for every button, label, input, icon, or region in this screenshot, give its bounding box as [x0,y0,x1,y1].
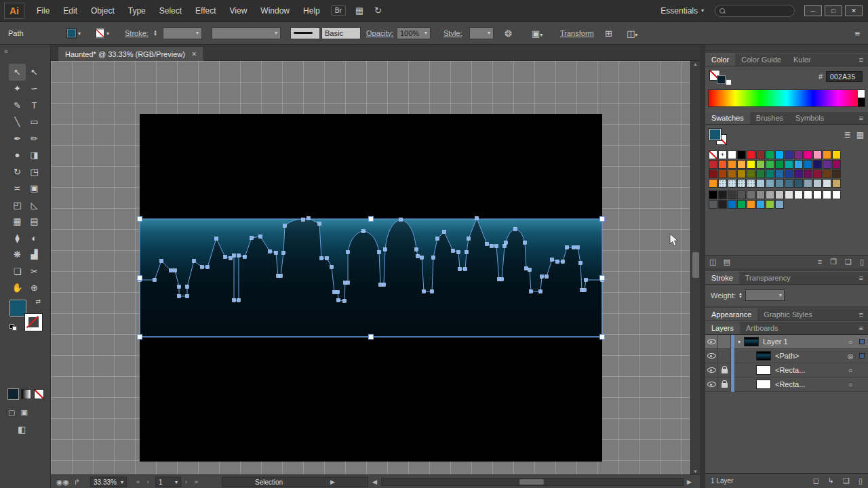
swatch[interactable] [785,179,793,188]
lock-toggle[interactable] [718,363,731,378]
swatch[interactable] [775,160,784,169]
scroll-down-icon[interactable]: ▼ [693,469,698,474]
tab-layers[interactable]: Layers [705,322,740,334]
layer-thumbnail[interactable] [756,380,771,389]
tab-brushes[interactable]: Brushes [750,112,789,124]
make-clipping-mask-icon[interactable]: ◻ [813,476,819,485]
new-sublayer-icon[interactable]: ↳ [828,476,834,485]
anchor-point[interactable] [490,245,494,248]
anchor-point[interactable] [495,245,498,248]
swatch[interactable] [775,150,784,159]
lock-toggle[interactable] [718,335,731,349]
search-input[interactable] [715,5,795,17]
blob-brush-tool[interactable]: ● [9,147,26,164]
anchor-point[interactable] [525,267,528,270]
slice-tool[interactable]: ✂ [26,263,43,280]
anchor-point[interactable] [347,251,350,254]
swatch[interactable] [794,169,803,178]
anchor-point[interactable] [243,256,247,259]
gradient-button[interactable] [21,389,31,399]
minimize-button[interactable]: ─ [804,5,822,16]
swatch[interactable] [737,190,746,199]
anchor-point[interactable] [457,251,460,254]
anchor-point[interactable] [458,268,462,271]
swatch[interactable] [813,169,822,178]
swatch[interactable] [756,190,765,199]
close-button[interactable]: ✕ [845,5,863,16]
skyline-path[interactable] [140,218,602,337]
anchor-point[interactable] [178,295,181,298]
pattern-swatch[interactable] [728,179,736,188]
tab-artboards[interactable]: Artboards [740,322,785,334]
menu-file[interactable]: File [30,0,56,22]
next-artboard-button[interactable]: › [185,479,187,485]
tab-stroke[interactable]: Stroke [705,272,739,284]
layer-row[interactable]: <Recta...○ [705,363,868,378]
bridge-icon[interactable]: Br [331,5,346,16]
swatch[interactable] [794,190,803,199]
stroke-color-dropdown[interactable]: ▾ [95,28,109,38]
tab-appearance[interactable]: Appearance [705,308,757,321]
effects-menu-icon[interactable]: ▣▾ [532,28,542,38]
anchor-point[interactable] [540,275,544,279]
swatch[interactable] [766,179,774,188]
layer-row[interactable]: ▼Layer 1○ [705,335,868,349]
swatch[interactable] [832,169,841,178]
hex-input[interactable]: 002A35 [826,71,863,82]
swatch[interactable] [756,169,765,178]
tab-transparency[interactable]: Transparency [739,272,797,284]
bounding-box-handle[interactable] [600,335,605,340]
lock-toggle[interactable] [718,349,731,363]
close-tab-icon[interactable]: × [192,49,197,59]
anchor-point[interactable] [282,251,285,255]
weight-stepper[interactable]: ▲▼ [738,292,743,299]
document-tab[interactable]: Haunted* @ 33.33% (RGB/Preview) × [58,46,204,61]
type-tool[interactable]: T [26,97,43,114]
horizontal-scroll-thumb[interactable] [519,479,544,485]
anchor-point[interactable] [343,300,347,303]
anchor-point[interactable] [307,217,311,220]
visibility-toggle[interactable] [705,378,718,392]
menu-select[interactable]: Select [153,0,189,22]
scroll-up-icon[interactable]: ▲ [693,62,698,66]
scale-tool[interactable]: ◳ [26,163,43,180]
arrange-documents-icon[interactable]: ▦ [355,5,363,16]
anchor-point[interactable] [432,256,435,260]
opacity-dropdown[interactable]: 100% ▾ [397,27,431,39]
swatch[interactable] [728,200,736,209]
style-panel-link[interactable]: Style: [443,29,462,37]
anchor-point[interactable] [503,245,507,248]
new-layer-icon[interactable]: ❏ [843,476,850,485]
anchor-point[interactable] [283,224,287,228]
opacity-panel-link[interactable]: Opacity: [366,29,393,37]
swatch[interactable] [709,200,717,209]
lasso-tool[interactable]: ∽ [26,81,43,98]
tab-color[interactable]: Color [705,54,735,66]
stroke-weight-dropdown[interactable]: ▾ [163,27,202,39]
visibility-toggle[interactable] [705,335,718,349]
transform-panel-link[interactable]: Transform [560,29,594,37]
swatch[interactable] [747,169,755,178]
tab-kuler[interactable]: Kuler [787,54,817,66]
anchor-point[interactable] [528,268,532,272]
first-artboard-button[interactable]: « [136,479,140,485]
delete-layer-icon[interactable]: ▯ [859,476,863,485]
anchor-point[interactable] [576,246,580,249]
pen-tool[interactable]: ✎ [9,97,26,114]
menu-view[interactable]: View [223,0,254,22]
anchor-point[interactable] [233,254,236,258]
tab-swatches[interactable]: Swatches [705,112,750,124]
swatch[interactable] [747,160,755,169]
swatch[interactable] [794,179,803,188]
swatch[interactable] [709,179,717,188]
swatch[interactable] [832,160,841,169]
swatch[interactable] [823,160,831,169]
anchor-point[interactable] [465,251,469,254]
panel-menu-icon[interactable]: ≡ [854,112,868,124]
anchor-point[interactable] [186,285,189,289]
anchor-point[interactable] [275,251,278,255]
bounding-box-handle[interactable] [600,217,605,222]
swatch-options-icon[interactable]: ≡ [818,258,822,266]
default-fill-stroke-icon[interactable] [9,324,18,331]
anchor-point[interactable] [443,230,446,234]
